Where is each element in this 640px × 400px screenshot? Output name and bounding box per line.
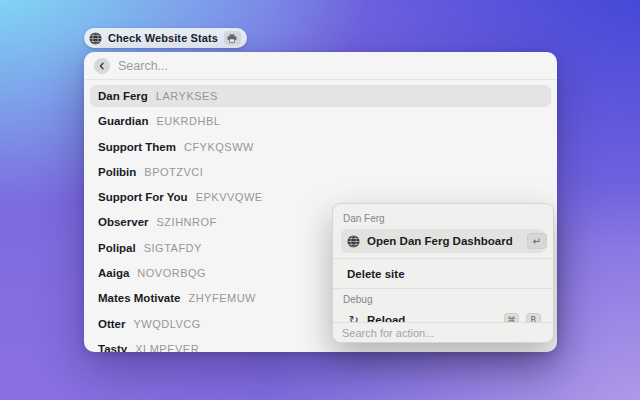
desktop-background: Check Website Stats <box>0 0 640 400</box>
chevron-left-icon <box>98 62 106 70</box>
return-key-badge: ↵ <box>527 233 547 249</box>
delete-site-action[interactable]: Delete site <box>341 264 545 283</box>
site-code: EUKRDHBL <box>156 115 220 127</box>
site-code: ZHYFEMUW <box>188 292 256 304</box>
command-key-badge: ⌘ <box>504 313 519 323</box>
site-name: Guardian <box>98 115 148 127</box>
r-key-badge: R <box>526 313 541 323</box>
site-row[interactable]: Dan Ferg LARYKSES <box>90 85 551 107</box>
globe-icon <box>347 235 360 248</box>
site-name: Dan Ferg <box>98 90 148 102</box>
site-name: Observer <box>98 216 149 228</box>
delete-site-label: Delete site <box>347 268 405 280</box>
site-name: Mates Motivate <box>98 292 180 304</box>
site-code: BPOTZVCI <box>144 166 203 178</box>
site-code: NOVORBQG <box>137 267 206 279</box>
site-name: Polibin <box>98 166 136 178</box>
site-name: Support Them <box>98 141 176 153</box>
site-name: Polipal <box>98 242 136 254</box>
divider <box>333 258 553 259</box>
action-section-debug-title: Debug <box>343 294 543 305</box>
printer-icon <box>224 31 241 45</box>
site-code: LARYKSES <box>156 90 218 102</box>
site-row[interactable]: Guardian EUKRDHBL <box>90 110 551 132</box>
site-name: Support For You <box>98 191 188 203</box>
site-name: Aaiga <box>98 267 129 279</box>
command-pill[interactable]: Check Website Stats <box>84 28 247 48</box>
action-menu: Dan Ferg Open Dan Ferg Dashboard ↵ <box>332 203 554 343</box>
reload-action[interactable]: ↻ Reload ⌘ R <box>341 310 545 322</box>
open-dashboard-action[interactable]: Open Dan Ferg Dashboard ↵ <box>341 229 545 253</box>
site-row[interactable]: Support Them CFYKQSWW <box>90 136 551 158</box>
action-search-bar <box>333 322 553 342</box>
site-name: Otter <box>98 318 125 330</box>
site-name: Tasty <box>98 343 127 352</box>
divider <box>333 288 553 289</box>
search-bar <box>84 52 557 80</box>
action-search-input[interactable] <box>342 327 544 339</box>
search-input[interactable] <box>118 59 547 73</box>
site-code: YWQDLVCG <box>133 318 200 330</box>
command-pill-label: Check Website Stats <box>108 32 218 44</box>
globe-icon <box>89 32 102 45</box>
reload-label: Reload <box>367 314 405 323</box>
site-code: CFYKQSWW <box>184 141 254 153</box>
site-row[interactable]: Polibin BPOTZVCI <box>90 161 551 183</box>
back-button[interactable] <box>94 58 110 74</box>
action-section-site-title: Dan Ferg <box>343 213 543 224</box>
reload-icon: ↻ <box>347 314 360 323</box>
open-dashboard-label: Open Dan Ferg Dashboard <box>367 235 513 247</box>
action-menu-body: Dan Ferg Open Dan Ferg Dashboard ↵ <box>333 204 553 322</box>
site-code: XLMPEVER <box>135 343 199 352</box>
site-code: SZIHNROF <box>157 216 217 228</box>
site-code: EPKVVQWE <box>196 191 263 203</box>
site-code: SIGTAFDY <box>144 242 202 254</box>
